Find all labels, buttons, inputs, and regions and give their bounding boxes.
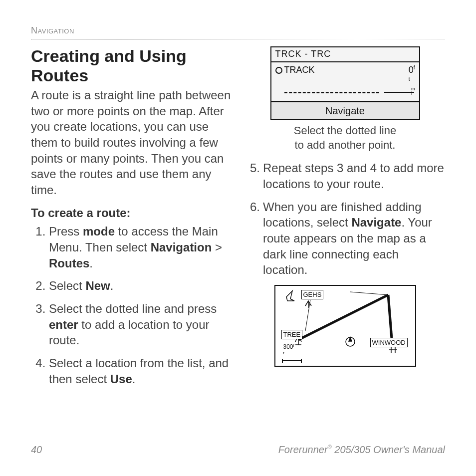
route-map-icon [275,286,415,366]
page-number: 40 [31,443,42,456]
section-header: Navigation [31,25,445,39]
svg-line-4 [350,292,388,295]
procedure-heading: To create a route: [31,205,231,221]
step-6: When you are finished adding locations, … [263,199,445,278]
intro-paragraph: A route is a straight line path between … [31,87,231,198]
device-title-bar: TRCK - TRC [271,47,419,62]
manual-page: Navigation Creating and Using Routes A r… [0,0,476,476]
svg-line-1 [298,295,388,340]
dotted-segment-icon [284,92,379,93]
step-1: Press mode to access the Main Menu. Then… [49,224,231,271]
step-list-continued: Repeat steps 3 and 4 to add more locatio… [245,160,445,278]
left-column: Creating and Using Routes A route is a s… [31,46,231,394]
bullet-icon [275,67,282,74]
svg-line-2 [388,295,392,345]
waypoint-label-tree: TREE [281,330,303,339]
waypoint-label-gehs: GEHS [301,290,324,299]
page-footer: 40 Forerunner® 205/305 Owner's Manual [31,443,445,456]
solid-segment-icon [384,92,414,93]
units-icon: mi [411,87,415,96]
device-screen-map: GEHS TREE WINWOOD 300ft [274,285,416,367]
waypoint-label-winwood: WINWOOD [370,338,408,347]
track-label: TRACK [275,64,315,76]
two-column-body: Creating and Using Routes A route is a s… [31,46,445,394]
distance-readout: 0ft [409,64,415,88]
dotted-line-slot: mi [284,90,414,96]
manual-title: Forerunner® 205/305 Owner's Manual [278,443,445,456]
step-5: Repeat steps 3 and 4 to add more locatio… [263,160,445,192]
device-body: TRACK 0ft mi [271,62,419,101]
step-3: Select the dotted line and press enter t… [49,301,231,348]
step-list: Press mode to access the Main Menu. Then… [31,224,231,387]
scale-label: 300ft [283,343,294,359]
figure-caption: Select the dotted line to add another po… [245,123,445,152]
step-4: Select a location from the list, and the… [49,355,231,387]
navigate-button-graphic: Navigate [271,101,419,119]
step-2: Select New. [49,278,231,294]
device-screen-track: TRCK - TRC TRACK 0ft mi Navigate [270,46,420,121]
page-title: Creating and Using Routes [31,46,231,85]
svg-marker-0 [286,291,294,301]
right-column: TRCK - TRC TRACK 0ft mi Navigate Select … [245,46,445,394]
